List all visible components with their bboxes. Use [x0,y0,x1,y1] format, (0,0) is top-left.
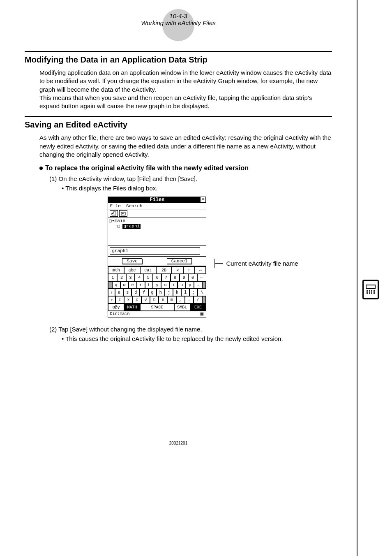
new-folder-icon[interactable] [119,210,127,217]
kb-key[interactable]: t [145,281,153,289]
kb-key[interactable]: s [123,289,131,296]
kb-key[interactable]: a [115,289,123,296]
annotation-callout: Current eActivity file name [215,260,298,267]
kb-key[interactable]: y [153,281,161,289]
divider [25,116,332,117]
kb-backspace-icon[interactable]: ← [197,274,206,281]
kb-key[interactable]: k [173,289,181,296]
kb-shift-icon[interactable]: ⇧ [108,296,115,303]
kb-key[interactable]: 2 [117,274,126,281]
kb-key[interactable]: u [161,281,169,289]
kb-key[interactable]: ; [189,289,198,296]
kb-key[interactable]: g [148,289,157,296]
kb-key[interactable]: e [129,281,137,289]
sub-heading-text: To replace the original eActivity file w… [45,164,249,171]
sub-heading: To replace the original eActivity file w… [39,164,332,172]
dialog-menu: File Search [108,203,206,209]
kb-tab-mth[interactable]: mth [108,266,124,274]
kb-tab-abc[interactable]: abc [124,266,140,274]
tree-root[interactable]: main [115,218,125,223]
calculator-icon [362,280,379,299]
kb-key[interactable]: 5 [144,274,153,281]
kb-key[interactable]: i [169,281,178,289]
kb-key[interactable]: r [137,281,145,289]
kb-key[interactable]: x [124,296,133,303]
kb-key[interactable]: . [185,296,194,303]
kb-del-icon[interactable]: ✕ [172,266,183,274]
dialog-title-bar: Files ✕ [108,197,206,203]
annotation-text: Current eActivity file name [226,260,298,267]
kb-math[interactable]: MATH [124,303,140,311]
status-dir: Dir:main [110,312,129,317]
kb-exe[interactable]: EXE [190,303,206,311]
kb-key[interactable]: z [115,296,124,303]
kb-key[interactable]: 1 [108,274,117,281]
kb-key[interactable]: , [176,296,185,303]
kb-key[interactable]: q [112,281,120,289]
kb-smbl[interactable]: SMBL [174,303,190,311]
kb-enter-icon[interactable]: ↵ [195,266,206,274]
step-2-sub: • This causes the original eActivity fil… [62,335,332,342]
kb-key[interactable]: / [194,296,202,303]
kb-key[interactable]: v [141,296,150,303]
step-2: (2) Tap [Save] without changing the disp… [49,326,332,333]
kb-key[interactable]: 6 [153,274,162,281]
menu-file[interactable]: File [110,204,120,208]
kb-key[interactable]: l [181,289,189,296]
close-icon[interactable]: ✕ [201,197,205,202]
kb-key[interactable]: o [178,281,186,289]
kb-key[interactable]: 7 [161,274,171,281]
filename-input[interactable]: graph1 [110,247,200,255]
kb-key[interactable]: 9 [180,274,189,281]
kb-key[interactable]: 4 [135,274,144,281]
kb-key[interactable]: n [159,296,167,303]
kb-key[interactable]: h [157,289,165,296]
kb-edge[interactable] [202,296,206,303]
kb-key[interactable]: f [140,289,148,296]
section1-heading: Modifying the Data in an Application Dat… [25,55,332,65]
step-1: (1) On the eActivity window, tap [File] … [49,175,332,182]
kb-updown-icon[interactable]: ↕ [183,266,195,274]
cancel-button[interactable]: Cancel [167,258,192,264]
kb-key[interactable]: d [131,289,140,296]
kb-caps-icon[interactable]: ⇪ [108,289,115,296]
status-bar: Dir:main 🔳 [108,311,206,317]
kb-tab-cat[interactable]: cat [140,266,156,274]
kb-edge[interactable] [108,281,112,289]
save-button[interactable]: Save [122,258,142,264]
kb-key[interactable]: 0 [188,274,197,281]
section2-para: As with any other file, there are two wa… [39,134,332,159]
divider [25,51,332,52]
kb-tab-2d[interactable]: 2D [156,266,172,274]
kb-key[interactable]: b [150,296,159,303]
bullet-icon [39,167,43,170]
kb-key[interactable]: j [165,289,173,296]
kb-key[interactable]: \ [198,289,206,296]
kb-greek[interactable]: αβγ [108,303,124,311]
annotation-line [215,263,223,264]
kb-key[interactable]: w [120,281,129,289]
kb-key[interactable]: p [186,281,194,289]
up-folder-icon[interactable] [110,210,118,217]
page-number: 10-4-3 [25,12,332,19]
section2-heading: Saving an Edited eActivity [25,120,332,130]
dialog-toolbar [108,209,206,218]
tree-item-selected[interactable]: graph1 [122,224,141,229]
page-header-title: Working with eActivity Files [25,19,332,26]
kb-space[interactable]: SPACE [140,303,174,311]
step-1-sub: • This displays the Files dialog box. [62,185,332,192]
kb-edge[interactable] [202,281,206,289]
soft-keyboard: mth abc cat 2D ✕ ↕ ↵ 1 2 3 4 5 6 7 8 [108,266,206,311]
files-dialog: Files ✕ File Search ▢▾main [108,197,206,317]
footer-date: 20021201 [25,441,332,445]
kb-key[interactable]: 8 [171,274,180,281]
section1-para: Modifying application data on an applica… [39,69,332,110]
kb-key[interactable]: 3 [126,274,135,281]
kb-key[interactable]: c [133,296,141,303]
kb-key[interactable]: - [194,281,202,289]
file-tree[interactable]: ▢▾main ▢ graph1 [108,218,206,246]
battery-icon: 🔳 [199,312,204,317]
kb-key[interactable]: m [167,296,176,303]
dialog-title: Files [150,197,164,203]
menu-search[interactable]: Search [126,204,143,208]
